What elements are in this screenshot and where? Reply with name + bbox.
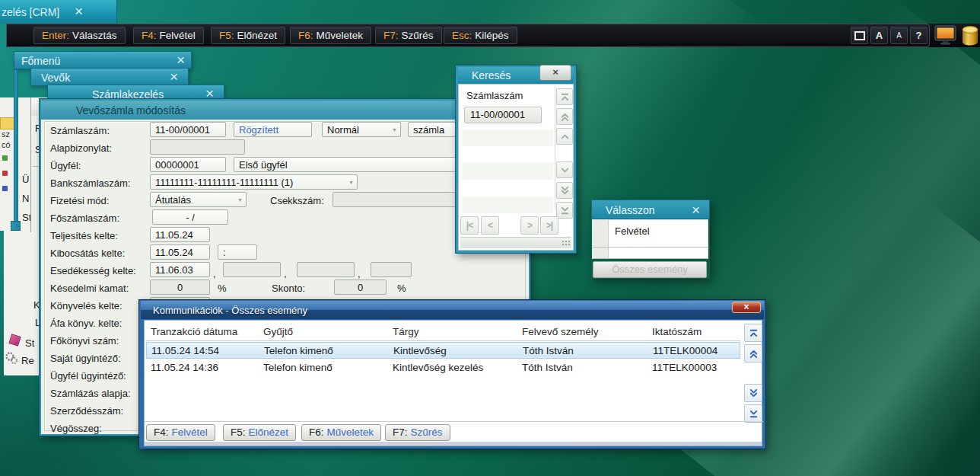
scroll-page-up-button[interactable] <box>744 344 762 363</box>
app-title: zelés [CRM] <box>2 6 59 18</box>
field-label: Esedékesség kelte: <box>50 265 136 276</box>
window-title: Válasszon <box>606 204 655 216</box>
due-date-field-3[interactable] <box>297 262 355 277</box>
close-icon[interactable]: × <box>539 65 571 81</box>
scroll-top-button[interactable] <box>744 324 762 342</box>
field-label: Számlaszám: <box>50 125 110 136</box>
field-label: Szerződésszám: <box>50 405 123 417</box>
window-title: Főmenü <box>21 55 60 67</box>
invoice-type-dropdown[interactable]: Normál ▼ <box>322 122 401 137</box>
scroll-top-button[interactable] <box>556 88 573 105</box>
cube-icon <box>8 334 21 346</box>
scroll-bottom-button[interactable] <box>556 202 573 219</box>
chevron-up-icon <box>560 132 570 142</box>
empty-row <box>462 129 553 146</box>
cell-collector: Telefon kimenő <box>264 345 333 356</box>
discount-field[interactable]: 0 <box>334 280 387 295</box>
column-header[interactable]: Tranzakció dátuma <box>151 326 237 337</box>
cell-ref: 11TELK00003 <box>652 362 717 373</box>
close-icon[interactable]: × <box>170 69 178 85</box>
chevron-down-icon <box>560 165 570 175</box>
cell-person: Tóth István <box>523 345 574 356</box>
toolbar-item-f4-felvetel[interactable]: F4:Felvétel <box>133 27 204 44</box>
scroll-bottom-button[interactable] <box>744 404 762 423</box>
fulfillment-date-field[interactable]: 11.05.24 <box>150 227 210 242</box>
invoice-status-field[interactable]: Rögzített <box>234 122 312 137</box>
close-icon[interactable]: × <box>75 3 83 20</box>
due-date-field[interactable]: 11.06.03 <box>150 262 210 277</box>
window-title: Vevők <box>41 72 70 84</box>
font-larger-button[interactable]: A <box>870 27 888 44</box>
f4-felvetel-button[interactable]: F4:Felvétel <box>146 424 215 441</box>
window-titlebar-fomenu[interactable]: Főmenü × <box>14 51 192 69</box>
nav-last-button[interactable]: >| <box>540 216 558 235</box>
column-header[interactable]: Gyűjtő <box>263 326 293 337</box>
issue-date-field[interactable]: 11.05.24 <box>150 244 210 260</box>
list-item-icon <box>2 155 8 161</box>
search-window: Keresés × Számlaszám 11-00/00001 <box>455 65 577 254</box>
scroll-page-up-button[interactable] <box>556 108 573 125</box>
column-header[interactable]: Iktatószám <box>652 326 702 337</box>
table-row[interactable]: 11.05.24 14:36 Telefon kimenő Kintlevősé… <box>146 359 740 376</box>
f5-elonezet-button[interactable]: F5:Előnézet <box>223 424 296 441</box>
close-icon[interactable]: × <box>692 202 700 219</box>
font-smaller-button[interactable]: A <box>890 27 908 44</box>
nav-prev-button[interactable]: < <box>481 216 499 235</box>
field-label: Számlázás alapja: <box>50 388 131 399</box>
window-titlebar-vevok[interactable]: Vevők × <box>30 68 189 86</box>
restore-window-button[interactable] <box>851 27 868 44</box>
toolbar-item-f5-elonezet[interactable]: F5:Előnézet <box>211 27 285 44</box>
window-title: Kommunikációk - Összes esemény <box>153 305 307 316</box>
scroll-page-down-button[interactable] <box>744 384 762 402</box>
toolbar-item-f7-szures[interactable]: F7:Szűrés <box>375 27 442 44</box>
payment-method-dropdown[interactable]: Átutalás ▼ <box>150 192 247 207</box>
field-label-fragment: Ü <box>22 174 29 185</box>
column-header[interactable]: Tárgy <box>393 326 419 337</box>
communications-body: Tranzakció dátuma Gyűjtő Tárgy Felvevő s… <box>144 320 762 446</box>
gears-icon <box>5 351 18 365</box>
search-result-item[interactable]: 11-00/00001 <box>464 107 542 123</box>
due-date-field-2[interactable] <box>223 262 281 277</box>
choose-titlebar[interactable]: Válasszon × <box>591 200 710 219</box>
toolbar-item-esc-kilepes[interactable]: Esc:Kilépés <box>444 27 517 44</box>
divider <box>593 258 708 259</box>
app-window-tab[interactable]: zelés [CRM] × <box>0 0 117 24</box>
double-chevron-up-icon <box>560 112 570 122</box>
toolbar-item-enter-valasztas[interactable]: Enter:Választás <box>33 27 126 44</box>
chevron-up-line-icon <box>560 92 570 102</box>
all-events-button[interactable]: Összes esemény <box>593 261 707 278</box>
scroll-down-button[interactable] <box>556 161 573 178</box>
late-interest-field[interactable]: 0 <box>150 280 210 295</box>
cell-ref: 11TELK00004 <box>653 345 718 356</box>
nav-next-button[interactable]: > <box>520 216 539 235</box>
base-document-field[interactable] <box>150 139 245 155</box>
database-icon[interactable] <box>960 25 980 46</box>
due-date-field-4[interactable] <box>371 262 412 277</box>
field-label: Áfa könyv. kelte: <box>50 318 122 329</box>
f6-muveletek-button[interactable]: F6:Műveletek <box>301 424 381 441</box>
field-label: Fizetési mód: <box>50 195 109 206</box>
help-button[interactable]: ? <box>910 27 928 44</box>
choose-item-felvetel[interactable]: Felvétel <box>615 225 650 237</box>
monitor-icon[interactable] <box>934 25 956 46</box>
customer-code-field[interactable]: 00000001 <box>150 157 226 172</box>
scroll-page-down-button[interactable] <box>556 182 573 199</box>
master-invoice-field[interactable]: - / <box>152 209 228 225</box>
communications-titlebar[interactable]: Kommunikációk - Összes esemény <box>141 301 764 319</box>
f7-szures-button[interactable]: F7:Szűrés <box>385 424 450 441</box>
scroll-up-button[interactable] <box>556 128 573 145</box>
nav-first-button[interactable]: |< <box>460 216 479 235</box>
screen: sz có Ü N St K L St Re Főmenü × Vevők × … <box>0 0 980 476</box>
bank-account-dropdown[interactable]: 11111111-11111111-11111111 (1) ▼ <box>150 174 358 190</box>
resize-grip[interactable] <box>562 240 570 247</box>
table-row[interactable]: 11.05.24 14:54 Telefon kimenő Kintlevősé… <box>146 342 740 359</box>
invoice-number-field[interactable]: 11-00/00001 <box>150 122 226 137</box>
issue-time-field[interactable]: : <box>218 244 257 260</box>
column-header[interactable]: Felvevő személy <box>522 326 599 337</box>
function-key-toolbar: Enter:Választás F4:Felvétel F5:Előnézet … <box>6 24 980 47</box>
close-icon[interactable]: × <box>732 302 761 313</box>
close-icon[interactable]: × <box>177 52 185 69</box>
cell-date: 11.05.24 14:54 <box>151 345 219 356</box>
field-label: Skonto: <box>272 283 305 294</box>
toolbar-item-f6-muveletek[interactable]: F6:Műveletek <box>290 27 371 44</box>
